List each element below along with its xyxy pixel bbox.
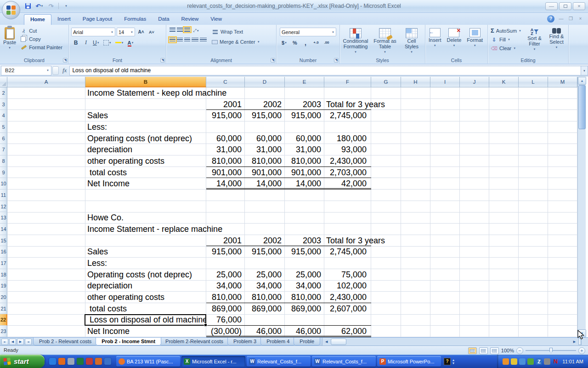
cell-I8[interactable] [430, 155, 460, 167]
row-header-15[interactable]: 15 [0, 235, 7, 247]
cell-F21[interactable]: 2,607,000 [324, 303, 371, 315]
cell-I23[interactable] [430, 326, 460, 337]
cell-B6[interactable]: Operating costs (not deprec) [85, 133, 206, 144]
cell-C20[interactable]: 810,000 [206, 292, 245, 303]
cell-D9[interactable]: 901,000 [245, 167, 285, 178]
cell-G21[interactable] [371, 303, 401, 315]
decrease-indent-icon[interactable] [192, 38, 198, 42]
cell-D14[interactable] [245, 224, 285, 235]
cell-I17[interactable] [430, 258, 460, 269]
clipboard-dialog-launcher[interactable]: ◥ [63, 58, 68, 63]
cell-G8[interactable] [371, 155, 401, 167]
cell-M4[interactable] [548, 110, 577, 121]
column-header-C[interactable]: C [206, 77, 245, 87]
cell-J12[interactable] [460, 201, 489, 213]
underline-button[interactable]: U▼ [91, 38, 101, 47]
cell-C17[interactable] [206, 258, 245, 269]
cell-C12[interactable] [206, 201, 245, 213]
taskbar-button-relevant-costs-f[interactable]: WRelevant_Costs_f... [312, 356, 376, 367]
cell-H4[interactable] [401, 110, 430, 121]
cell-L15[interactable] [519, 235, 548, 247]
cell-K22[interactable] [489, 314, 519, 326]
cell-C8[interactable]: 810,000 [206, 155, 245, 167]
cell-D21[interactable]: 869,000 [245, 303, 285, 315]
cell-J20[interactable] [460, 292, 489, 303]
percent-style-button[interactable]: % [290, 38, 300, 47]
cell-B4[interactable]: Sales [85, 110, 206, 121]
cell-L6[interactable] [519, 133, 548, 144]
cell-D12[interactable] [245, 201, 285, 213]
cell-H11[interactable] [401, 190, 430, 201]
cell-C6[interactable]: 60,000 [206, 133, 245, 144]
row-header-21[interactable]: 21 [0, 303, 7, 315]
cell-D23[interactable]: 46,000 [245, 326, 285, 337]
cell-C7[interactable]: 31,000 [206, 144, 245, 155]
cell-J21[interactable] [460, 303, 489, 315]
cell-J16[interactable] [460, 246, 489, 258]
cell-B14[interactable]: Income Statement - replace machine [85, 224, 206, 235]
cell-H18[interactable] [401, 269, 430, 281]
sheet-tab-proble[interactable]: Proble [294, 338, 320, 345]
cell-H23[interactable] [401, 326, 430, 337]
cell-L10[interactable] [519, 178, 548, 190]
taskbar-button-ba-213-w11-pasc[interactable]: BA 213 W11 (Pasc... [116, 356, 180, 367]
cell-F4[interactable]: 2,745,000 [324, 110, 371, 121]
cell-I13[interactable] [430, 212, 460, 224]
cell-J8[interactable] [460, 155, 489, 167]
cell-K5[interactable] [489, 121, 519, 133]
cell-E15[interactable]: 2003 [285, 235, 324, 247]
cell-L14[interactable] [519, 224, 548, 235]
row-header-22[interactable]: 22 [0, 314, 7, 326]
tab-data[interactable]: Data [152, 14, 175, 25]
cell-F23[interactable]: 62,000 [324, 326, 371, 337]
row-header-8[interactable]: 8 [0, 155, 7, 167]
cell-K19[interactable] [489, 280, 519, 292]
cell-M23[interactable] [548, 326, 577, 337]
cell-K4[interactable] [489, 110, 519, 121]
format-as-table-button[interactable]: Format as Table▼ [372, 27, 398, 57]
sheet-tab-prob-2-relevant-costs[interactable]: Prob 2 - Relevant costs [33, 338, 97, 345]
shrink-font-button[interactable]: A˅ [147, 28, 156, 36]
italic-button[interactable]: I [81, 38, 90, 47]
tray-icon-1[interactable] [503, 358, 509, 365]
cell-F16[interactable]: 2,745,000 [324, 246, 371, 258]
cell-A2[interactable] [7, 87, 85, 99]
cell-B22[interactable]: Loss on disposal of old machine [85, 314, 206, 326]
cell-F20[interactable]: 2,430,000 [324, 292, 371, 303]
cell-B11[interactable] [85, 190, 206, 201]
cell-H9[interactable] [401, 167, 430, 178]
zoom-out-button[interactable]: − [516, 347, 523, 354]
cell-E4[interactable]: 915,000 [285, 110, 324, 121]
cell-B23[interactable]: Net Income [85, 326, 206, 337]
cell-L8[interactable] [519, 155, 548, 167]
cell-I10[interactable] [430, 178, 460, 190]
cell-G3[interactable] [371, 99, 401, 110]
cell-C11[interactable] [206, 190, 245, 201]
cell-E10[interactable]: 14,000 [285, 178, 324, 190]
cell-A5[interactable] [7, 121, 85, 133]
cell-M2[interactable] [548, 87, 577, 99]
cell-L4[interactable] [519, 110, 548, 121]
cell-E7[interactable]: 31,000 [285, 144, 324, 155]
workbook-restore-button[interactable]: ❐ [567, 16, 575, 22]
font-family-select[interactable]: Arial▼ [71, 28, 115, 36]
cell-G5[interactable] [371, 121, 401, 133]
cell-L3[interactable] [519, 99, 548, 110]
cell-B21[interactable]: total costs [85, 303, 206, 315]
cell-C22[interactable]: 76,000 [206, 314, 245, 326]
cell-E12[interactable] [285, 201, 324, 213]
cell-M13[interactable] [548, 212, 577, 224]
cell-B8[interactable]: other operating costs [85, 155, 206, 167]
cell-F11[interactable] [324, 190, 371, 201]
cell-B3[interactable] [85, 99, 206, 110]
cell-H15[interactable] [401, 235, 430, 247]
tray-icon-7[interactable]: N [552, 358, 559, 365]
key-app-icon[interactable] [86, 358, 93, 365]
number-dialog-launcher[interactable]: ◥ [334, 58, 339, 63]
cell-M16[interactable] [548, 246, 577, 258]
borders-button[interactable]: ▼ [102, 38, 113, 47]
help-button[interactable]: ? [547, 15, 554, 23]
row-header-19[interactable]: 19 [0, 280, 7, 292]
cell-I21[interactable] [430, 303, 460, 315]
insert-function-button[interactable]: fx [60, 67, 69, 74]
